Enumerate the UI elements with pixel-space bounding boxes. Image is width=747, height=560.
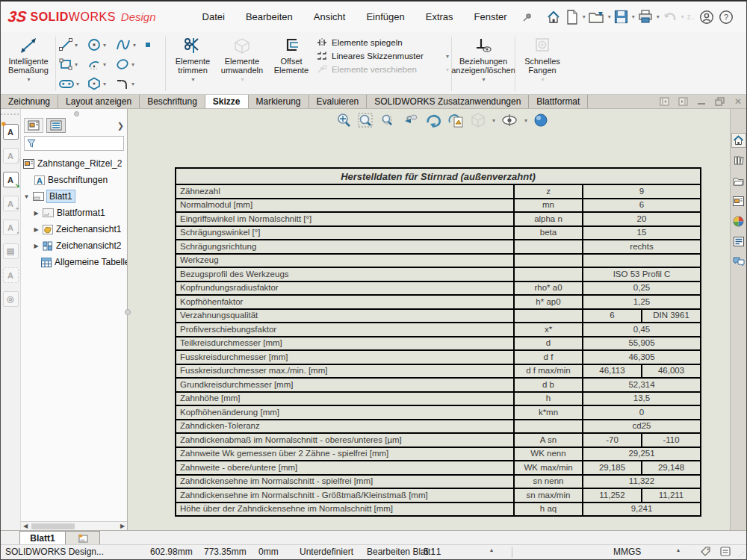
tree-item-zeichenansicht1[interactable]: ▶ Zeichenansicht1 (21, 221, 127, 237)
toolbar-drag-handle[interactable]: •••••• (1, 112, 21, 116)
tree-item-blatt1[interactable]: ▼ Blatt1 (21, 188, 127, 205)
circle-dropdown[interactable]: ▾ (103, 42, 106, 49)
save-button[interactable] (613, 8, 630, 25)
slot-tool[interactable] (58, 78, 75, 90)
print-dropdown[interactable]: ▾ (657, 13, 660, 20)
circle-tool[interactable] (87, 37, 102, 52)
trim-dropdown[interactable]: ▾ (191, 76, 194, 83)
new-document-dropdown[interactable]: ▾ (583, 13, 586, 20)
table-row[interactable]: Teilkreisdurchmesser [mm]d55,905 (176, 337, 701, 351)
table-row[interactable]: Zähnezahlz9 (176, 184, 701, 199)
menu-fenster[interactable]: Fenster (464, 7, 518, 26)
scroll-thumb[interactable] (31, 523, 75, 529)
scroll-left-arrow[interactable]: ◀ (21, 523, 30, 529)
ellipse-dropdown[interactable]: ▾ (131, 61, 134, 68)
drawing-canvas[interactable]: ▾ ▾ Herstelldaten für Stirnrad (außenver… (128, 109, 730, 530)
trim-entities-button[interactable]: Elemente trimmen ▾ (168, 34, 217, 94)
gear-data-table[interactable]: Herstelldaten für Stirnrad (außenverzahn… (175, 167, 701, 517)
3d-drawing-view-icon[interactable] (447, 112, 465, 128)
tab-skizze[interactable]: Skizze (205, 95, 249, 108)
table-row[interactable]: Kopfrundungsradiusfaktorrho* a00,25 (176, 281, 701, 296)
menu-ansicht[interactable]: Ansicht (303, 7, 356, 26)
tab-drawing-tree[interactable] (24, 118, 43, 133)
pane-restore-icon[interactable] (715, 97, 725, 106)
table-row[interactable]: Schrägungswinkel [°]beta15 (176, 226, 701, 240)
line-dropdown[interactable]: ▾ (75, 42, 78, 49)
sheet-tab-blatt1[interactable]: Blatt1 (19, 531, 66, 544)
tree-item-allgemeine-tabelle[interactable]: Allgemeine Tabelle (21, 254, 127, 270)
expand-arrow[interactable]: ▶ (33, 226, 40, 233)
menu-einfügen[interactable]: Einfügen (356, 7, 415, 26)
arc-dropdown[interactable]: ▾ (103, 61, 106, 68)
resize-grip[interactable]: ⋰ (738, 551, 745, 558)
tree-item-beschriftungen[interactable]: A Beschriftungen (21, 172, 127, 188)
new-note-button[interactable]: A✱ (3, 124, 19, 140)
table-row[interactable]: Zahndicken-Toleranzcd25 (176, 420, 701, 434)
tree-item-blattformat[interactable]: ▶ Blattformat1 (21, 205, 127, 221)
units-dropdown-arrow[interactable]: ▴ (677, 547, 680, 553)
relations-dropdown[interactable]: ▾ (482, 76, 485, 83)
new-document-button[interactable] (564, 8, 580, 26)
help-button[interactable]: ? (717, 8, 735, 26)
spline-tool[interactable] (115, 37, 131, 52)
tab-markierung[interactable]: Markierung (249, 95, 309, 108)
status-unit-system[interactable]: MMGS (613, 547, 641, 557)
collapse-left-icon[interactable] (660, 97, 669, 106)
save-dropdown[interactable]: ▾ (632, 13, 635, 20)
polygon-dropdown[interactable]: ▾ (103, 81, 106, 87)
print-button[interactable] (636, 8, 654, 25)
expand-arrow[interactable]: ▶ (33, 243, 40, 249)
zoom-selection-icon[interactable] (379, 112, 395, 128)
table-row[interactable]: Profilverschiebungsfaktorx*0,45 (176, 323, 701, 337)
note-icon[interactable] (719, 546, 731, 557)
smart-dimension-button[interactable]: Intelligente Bemaßung ▾ (4, 34, 53, 94)
fillet-dropdown[interactable]: ▾ (131, 81, 134, 87)
table-row[interactable]: Zahndickenabmaß im Normalschnitt - obere… (176, 433, 701, 447)
tab-blattformat[interactable]: Blattformat (529, 95, 588, 108)
point-tool[interactable] (143, 40, 152, 49)
view-palette-icon[interactable] (731, 193, 746, 208)
expand-arrow[interactable]: ▶ (33, 210, 40, 217)
design-library-icon[interactable] (731, 153, 746, 168)
table-row[interactable]: Höhe über der Zahndickensehne im Normals… (176, 503, 701, 517)
tree-horizontal-scrollbar[interactable]: ◀ ▶ (21, 521, 127, 530)
user-account-icon[interactable] (698, 8, 716, 26)
table-row[interactable]: Zahndickensehne im Normalschnitt - spiel… (176, 475, 701, 489)
rotate-view-icon[interactable] (424, 112, 441, 128)
ellipse-tool[interactable] (115, 57, 130, 72)
rectangle-dropdown[interactable]: ▾ (75, 61, 78, 68)
slot-dropdown[interactable]: ▾ (76, 81, 79, 87)
fillet-tool[interactable] (115, 76, 130, 91)
table-row[interactable]: Zahnweite - obere/untere [mm]WK max/min2… (176, 461, 701, 475)
previous-view-icon[interactable] (400, 112, 418, 128)
forum-icon[interactable] (731, 254, 746, 269)
tab-layout-anzeigen[interactable]: Layout anzeigen (58, 95, 140, 108)
menu-bearbeiten[interactable]: Bearbeiten (235, 7, 303, 26)
tab-beschriftung[interactable]: Beschriftung (140, 95, 205, 108)
table-row[interactable]: Verzahnungsqualität6DIN 3961 (176, 309, 701, 323)
collapse-right-icon[interactable] (678, 97, 688, 106)
pin-icon[interactable] (522, 12, 533, 22)
add-sheet-button[interactable] (66, 531, 100, 544)
pane-minimize-icon[interactable] (697, 97, 706, 106)
status-sheet-scale[interactable]: 5 : 1 (424, 547, 441, 557)
table-row[interactable]: Fusskreisdurchmesser [mm]d f46,305 (176, 350, 701, 364)
tab-zeichnung[interactable]: Zeichnung (1, 95, 58, 108)
zoom-fit-icon[interactable] (335, 112, 352, 128)
panel-expand-chevron[interactable]: ❯ (117, 121, 124, 131)
spline-dropdown[interactable]: ▾ (133, 42, 136, 49)
arc-tool[interactable] (87, 57, 102, 72)
tab-evaluieren[interactable]: Evaluieren (309, 95, 368, 108)
open-dropdown[interactable]: ▾ (608, 13, 611, 20)
open-button[interactable] (587, 9, 606, 25)
panel-collapse-handle[interactable] (74, 111, 79, 116)
tags-icon[interactable] (700, 546, 712, 557)
offset-entities-button[interactable]: Offset Elemente (267, 34, 316, 94)
table-row[interactable]: Eingriffswinkel im Normalschnitt [°]alph… (176, 212, 701, 226)
scroll-right-arrow[interactable]: ▶ (118, 523, 127, 529)
insert-note-button[interactable]: A↘ (3, 172, 19, 187)
file-explorer-icon[interactable] (731, 173, 746, 188)
linear-pattern-button[interactable]: Lineares Skizzenmuster ▾ (316, 51, 449, 61)
home-button[interactable] (545, 8, 562, 26)
filter-input[interactable] (38, 139, 121, 148)
